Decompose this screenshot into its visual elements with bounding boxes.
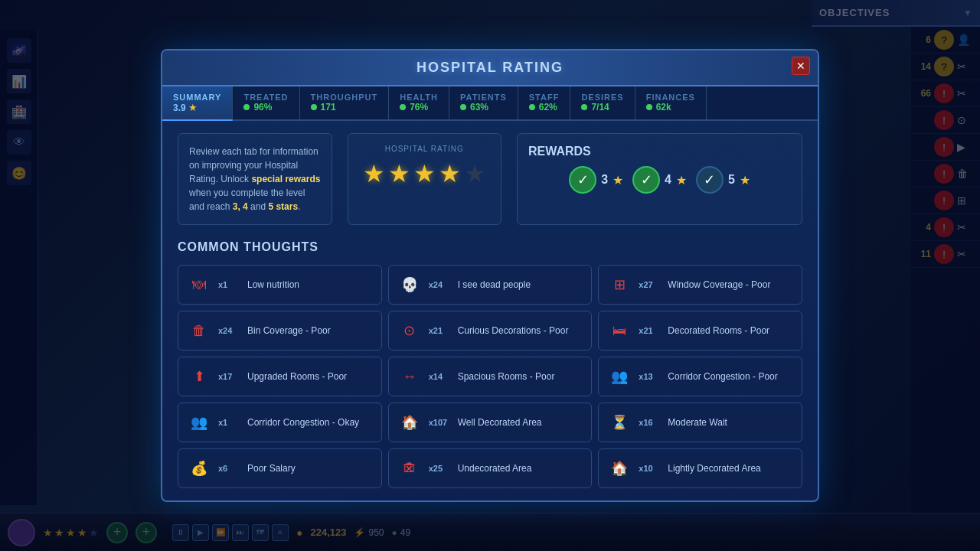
thought-text-corridor-okay: Corridor Congestion - Okay [247, 417, 359, 428]
modal-title: HOSPITAL RATING [416, 60, 564, 75]
hospital-rating-modal: HOSPITAL RATING ✕ SUMMARY 3.9 ★ TREATED … [161, 49, 819, 502]
reward-num-4: 4 [665, 173, 671, 187]
thought-dead-people: 💀 x24 I see dead people [388, 265, 593, 305]
thought-icon-spacious-rooms: ↔ [398, 365, 421, 388]
thought-text-undecorated-area: Undecorated Area [458, 463, 532, 474]
thought-text-upgraded-rooms: Upgraded Rooms - Poor [247, 371, 347, 382]
reward-star-4: ★ [676, 173, 687, 187]
thought-icon-poor-salary: 💰 [188, 457, 211, 480]
rating-stars-box: HOSPITAL RATING ★ ★ ★ ★ ★ [348, 133, 502, 225]
tab-summary-star: ★ [188, 102, 198, 113]
thought-count-dead-people: x24 [429, 280, 450, 289]
thought-count-corridor-okay: x1 [218, 418, 240, 427]
tab-desires-label: DESIRES [581, 93, 623, 102]
thought-count-moderate-wait: x16 [639, 418, 660, 427]
thought-poor-salary: 💰 x6 Poor Salary [178, 448, 382, 488]
thought-icon-curious-decorations: ⊙ [398, 319, 421, 342]
star-3: ★ [413, 159, 436, 188]
reward-item-3: ✓ 3 ★ [569, 166, 623, 194]
star-5: ★ [464, 159, 486, 188]
reward-check-5: ✓ [696, 166, 724, 194]
thought-lightly-decorated: 🏠 x10 Lightly Decorated Area [598, 448, 802, 488]
thought-icon-lightly-decorated: 🏠 [608, 457, 631, 480]
thought-text-dead-people: I see dead people [458, 279, 531, 290]
thought-icon-upgraded-rooms: ⬆ [188, 365, 211, 388]
modal-close-button[interactable]: ✕ [792, 57, 810, 75]
thought-text-curious-decorations: Curious Decorations - Poor [458, 325, 569, 336]
throughput-dot [311, 104, 317, 110]
common-thoughts-title: COMMON THOUGHTS [178, 240, 802, 254]
thought-icon-corridor-poor: 👥 [608, 365, 631, 388]
patients-dot [460, 104, 466, 110]
thought-window-coverage: ⊞ x27 Window Coverage - Poor [598, 265, 802, 305]
thought-text-well-decorated: Well Decorated Area [458, 417, 542, 428]
tab-desires-value: 7/14 [591, 102, 609, 112]
thought-corridor-congestion-poor: 👥 x13 Corridor Congestion - Poor [598, 357, 802, 396]
tabs-bar: SUMMARY 3.9 ★ TREATED 96% THROUGHPUT 171 [162, 86, 818, 121]
thought-well-decorated: 🏠 x107 Well Decorated Area [388, 403, 593, 442]
tab-staff-value: 62% [539, 102, 557, 112]
tab-throughput-value: 171 [321, 102, 336, 112]
thought-low-nutrition: 🍽 x1 Low nutrition [178, 265, 382, 305]
reward-num-5: 5 [728, 173, 735, 187]
thoughts-grid: 🍽 x1 Low nutrition 💀 x24 I see dead peop… [178, 265, 802, 488]
reward-star-5: ★ [740, 173, 750, 187]
thought-text-lightly-decorated: Lightly Decorated Area [668, 463, 760, 474]
thought-undecorated-area: 🏚 x25 Undecorated Area [388, 448, 593, 488]
thought-moderate-wait: ⏳ x16 Moderate Wait [598, 403, 802, 442]
thought-count-window-coverage: x27 [639, 280, 660, 289]
thought-spacious-rooms: ↔ x14 Spacious Rooms - Poor [388, 357, 593, 396]
tab-desires[interactable]: DESIRES 7/14 [570, 86, 635, 119]
tab-throughput[interactable]: THROUGHPUT 171 [300, 86, 390, 119]
thought-text-corridor-poor: Corridor Congestion - Poor [668, 371, 777, 382]
tab-finances[interactable]: FINANCES 62k [635, 86, 707, 119]
rewards-row: ✓ 3 ★ ✓ 4 ★ ✓ 5 ★ [528, 166, 791, 194]
tab-treated-label: TREATED [243, 93, 288, 102]
thought-text-window-coverage: Window Coverage - Poor [668, 279, 770, 290]
thought-icon-dead-people: 💀 [398, 273, 421, 296]
tab-summary-value: 3.9 [173, 103, 186, 113]
thought-text-decorated-rooms: Decorated Rooms - Poor [668, 325, 769, 336]
thought-count-bin-coverage: x24 [218, 326, 240, 335]
thought-icon-low-nutrition: 🍽 [188, 273, 211, 296]
rewards-title: REWARDS [528, 145, 791, 158]
reward-check-4: ✓ [632, 166, 660, 194]
thought-text-spacious-rooms: Spacious Rooms - Poor [458, 371, 555, 382]
tab-summary-label: SUMMARY [173, 93, 221, 102]
tab-patients-label: PATIENTS [460, 93, 507, 102]
tab-finances-label: FINANCES [646, 93, 695, 102]
tab-patients[interactable]: PATIENTS 63% [449, 86, 518, 119]
reward-item-5: ✓ 5 ★ [696, 166, 750, 194]
thought-count-low-nutrition: x1 [218, 280, 240, 289]
rating-info-row: Review each tab for information on impro… [178, 133, 802, 225]
thought-count-poor-salary: x6 [218, 464, 240, 473]
rating-stars-label: HOSPITAL RATING [359, 145, 491, 153]
staff-dot [529, 104, 535, 110]
thought-upgraded-rooms: ⬆ x17 Upgraded Rooms - Poor [178, 357, 382, 396]
thought-bin-coverage: 🗑 x24 Bin Coverage - Poor [178, 311, 382, 350]
star-2: ★ [388, 159, 410, 188]
tab-treated[interactable]: TREATED 96% [233, 86, 299, 119]
modal-body: Review each tab for information on impro… [162, 121, 818, 500]
thought-count-lightly-decorated: x10 [639, 464, 660, 473]
tab-summary[interactable]: SUMMARY 3.9 ★ [162, 86, 233, 121]
thought-count-decorated-rooms: x21 [639, 326, 660, 335]
tab-finances-value: 62k [656, 102, 671, 112]
reward-star-3: ★ [612, 173, 623, 187]
tab-patients-value: 63% [470, 102, 488, 112]
treated-dot [243, 104, 250, 110]
reward-check-3: ✓ [569, 166, 596, 194]
modal-header: HOSPITAL RATING ✕ [162, 51, 818, 86]
rewards-box: REWARDS ✓ 3 ★ ✓ 4 ★ ✓ [517, 133, 802, 225]
tab-throughput-label: THROUGHPUT [311, 93, 378, 102]
health-dot [400, 104, 406, 110]
thought-count-corridor-poor: x13 [639, 372, 660, 381]
desires-dot [581, 104, 587, 110]
tab-staff[interactable]: STAFF 62% [518, 86, 571, 119]
tab-health[interactable]: HEALTH 76% [389, 86, 449, 119]
rating-description: Review each tab for information on impro… [178, 133, 332, 225]
thought-count-upgraded-rooms: x17 [218, 372, 240, 381]
tab-staff-label: STAFF [529, 93, 560, 102]
thought-text-low-nutrition: Low nutrition [247, 279, 299, 290]
thought-icon-undecorated-area: 🏚 [398, 457, 421, 480]
